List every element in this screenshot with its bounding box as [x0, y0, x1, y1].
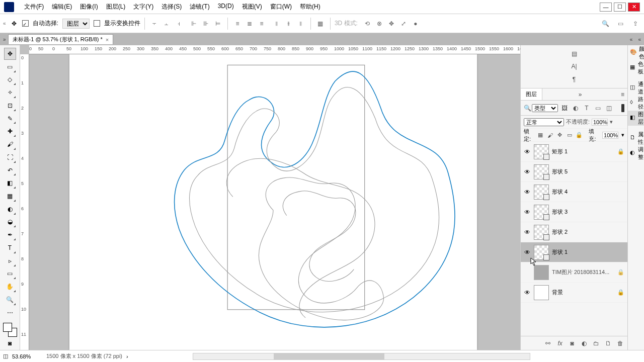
menu-文件f[interactable]: 文件(F) [20, 3, 48, 11]
visibility-toggle[interactable]: 👁 [524, 168, 531, 175]
dist-hcenter-icon[interactable]: ⫵ [283, 18, 294, 29]
edit-toolbar[interactable]: ⋯ [4, 307, 16, 319]
share-icon[interactable]: ⇪ [630, 18, 641, 29]
align-bottom-icon[interactable]: ⫞ [173, 18, 184, 29]
layer-name[interactable]: 形状 5 [552, 168, 624, 175]
dodge-tool[interactable]: ◒ [4, 216, 16, 228]
menu-图层l[interactable]: 图层(L) [102, 3, 130, 11]
adjust-panel-tab[interactable]: ◐调整 [628, 146, 644, 161]
visibility-toggle[interactable]: 👁 [524, 209, 531, 216]
shape-tool[interactable]: ▭ [4, 268, 16, 280]
marquee-tool[interactable]: ▭ [4, 61, 16, 73]
quickmask-tool[interactable]: ◙ [4, 337, 16, 349]
fx-icon[interactable]: fx [556, 339, 564, 347]
zoom-tool[interactable]: 🔍 [4, 294, 16, 306]
layer-name[interactable]: 形状 3 [552, 208, 624, 216]
layer-thumbnail[interactable] [534, 164, 549, 179]
expand-panel-icon[interactable]: « « [630, 37, 641, 42]
fill-input[interactable] [602, 132, 618, 139]
align-top-icon[interactable]: ⫟ [149, 18, 160, 29]
filter-adjust-icon[interactable]: ◐ [571, 104, 580, 113]
canvas-viewport[interactable] [29, 54, 520, 350]
lock-all-icon[interactable]: 🔒 [576, 131, 583, 139]
group-icon[interactable]: 🗀 [592, 339, 600, 347]
maximize-button[interactable]: ☐ [614, 3, 626, 12]
healing-tool[interactable]: ✚ [4, 125, 16, 137]
blur-tool[interactable]: ◐ [4, 203, 16, 215]
align-right-icon[interactable]: ⊨ [212, 18, 223, 29]
fg-color[interactable] [3, 323, 12, 332]
align-hcenter-icon[interactable]: ⊪ [200, 18, 211, 29]
swatch-panel-tab[interactable]: ▦色板 [628, 60, 644, 75]
eraser-tool[interactable]: ◧ [4, 177, 16, 189]
layer-item-7[interactable]: 👁背景🔒 [521, 283, 627, 303]
fill-arrow-icon[interactable]: ▾ [621, 132, 624, 138]
gradient-tool[interactable]: ▦ [4, 190, 16, 202]
new-layer-icon[interactable]: 🗋 [604, 339, 612, 347]
color-panel-tab[interactable]: 🎨颜色 [628, 45, 644, 60]
visibility-toggle[interactable]: 👁 [524, 148, 531, 155]
close-tab-icon[interactable]: × [106, 37, 109, 43]
layer-name[interactable]: 矩形 1 [552, 148, 614, 155]
para-panel-icon[interactable]: ¶ [569, 74, 579, 84]
artboard[interactable] [69, 54, 477, 350]
lock-transparent-icon[interactable]: ▦ [537, 131, 544, 139]
visibility-toggle[interactable] [524, 269, 531, 276]
layer-thumbnail[interactable] [534, 265, 549, 280]
menu-窗口w[interactable]: 窗口(W) [266, 3, 296, 11]
channel-panel-tab[interactable]: ◫通道 [628, 80, 644, 96]
dist-vcenter-icon[interactable]: ≣ [244, 18, 255, 29]
layer-name[interactable]: 形状 4 [552, 188, 624, 196]
pen-tool[interactable]: ✒ [4, 229, 16, 241]
type-tool[interactable]: T [4, 242, 16, 254]
layer-thumbnail[interactable] [534, 144, 549, 159]
layer-thumbnail[interactable] [534, 245, 549, 260]
path-select-tool[interactable]: ▹ [4, 255, 16, 267]
layer-item-2[interactable]: 👁形状 4 [521, 182, 627, 202]
dist-right-icon[interactable]: ⫴ [295, 18, 306, 29]
filter-shape-icon[interactable]: ▭ [593, 104, 602, 113]
align-vcenter-icon[interactable]: ⫠ [161, 18, 172, 29]
history-brush-tool[interactable]: ↶ [4, 164, 16, 176]
layer-name[interactable]: 形状 2 [552, 228, 624, 236]
brush-tool[interactable]: 🖌 [4, 138, 16, 150]
layer-item-1[interactable]: 👁形状 5 [521, 162, 627, 182]
h-scrollbar[interactable] [193, 353, 530, 360]
menu-图像i[interactable]: 图像(I) [76, 3, 102, 11]
magic-wand-tool[interactable]: ✧ [4, 86, 16, 99]
menu-滤镜t[interactable]: 滤镜(T) [186, 3, 213, 11]
layer-panel-tab[interactable]: ◧图层 [628, 111, 644, 126]
lock-artboard-icon[interactable]: ▭ [566, 131, 573, 139]
trash-icon[interactable]: 🗑 [616, 339, 624, 347]
filter-smart-icon[interactable]: ◫ [604, 104, 613, 113]
collapse-icon[interactable]: « [3, 21, 6, 26]
menu-3dd[interactable]: 3D(D) [214, 3, 238, 11]
panel-menu-icon[interactable]: ≡ [621, 91, 624, 98]
visibility-toggle[interactable]: 👁 [524, 289, 531, 296]
zoom-value[interactable]: 53.68% [12, 353, 42, 359]
opacity-arrow-icon[interactable]: ▾ [610, 119, 616, 125]
align-left-icon[interactable]: ⊩ [188, 18, 199, 29]
dist-top-icon[interactable]: ≡ [232, 18, 243, 29]
layer-thumbnail[interactable] [534, 285, 549, 300]
adjustment-icon[interactable]: ◐ [580, 339, 588, 347]
layer-thumbnail[interactable] [534, 225, 549, 240]
lasso-tool[interactable]: ◇ [4, 74, 16, 86]
lock-pixel-icon[interactable]: 🖌 [547, 131, 553, 139]
filter-pixel-icon[interactable]: 🖼 [560, 104, 569, 113]
menu-视图v[interactable]: 视图(V) [238, 3, 266, 11]
screen-mode-icon[interactable]: ◫ [3, 353, 8, 359]
layer-item-6[interactable]: TIM图片 2018083114...🔒 [521, 262, 627, 283]
prop-panel-tab[interactable]: 🗋属性 [628, 131, 644, 146]
link-layers-icon[interactable]: ⚯ [544, 339, 552, 347]
dist-bottom-icon[interactable]: ≡ [256, 18, 267, 29]
visibility-toggle[interactable]: 👁 [524, 189, 531, 196]
lock-position-icon[interactable]: ✥ [556, 131, 563, 139]
mask-icon[interactable]: ◙ [568, 339, 576, 347]
layer-name[interactable]: 背景 [552, 289, 614, 296]
stamp-tool[interactable]: ⛶ [4, 151, 16, 163]
crop-tool[interactable]: ⊡ [4, 100, 16, 112]
filter-toggle[interactable] [621, 104, 624, 112]
layer-item-3[interactable]: 👁形状 3 [521, 202, 627, 222]
workspace-icon[interactable]: ▭ [615, 18, 626, 29]
